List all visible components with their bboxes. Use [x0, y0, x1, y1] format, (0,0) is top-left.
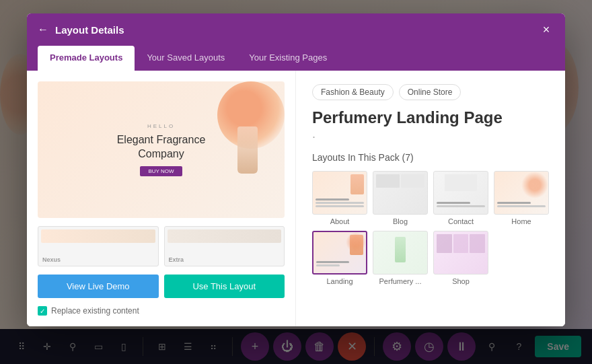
- thumb-img-contact: [433, 171, 488, 215]
- sub-preview-extra: Extra: [164, 226, 285, 266]
- layouts-in-pack-heading: Layouts In This Pack (7): [312, 152, 549, 163]
- thumb-item-landing[interactable]: Landing: [312, 231, 367, 285]
- preview-main-title: Elegant Fragrance Company: [117, 133, 206, 161]
- tab-existing-pages[interactable]: Your Existing Pages: [237, 46, 339, 71]
- info-panel: Fashion & Beauty Online Store Perfumery …: [296, 71, 565, 326]
- preview-cta-button: BUY NOW: [140, 166, 182, 176]
- layout-details-modal: ← Layout Details × Premade Layouts Your …: [27, 13, 565, 326]
- modal-overlay: ← Layout Details × Premade Layouts Your …: [0, 0, 592, 364]
- modal-title: Layout Details: [55, 24, 124, 36]
- thumb-item-home[interactable]: Home: [494, 171, 549, 225]
- thumb-img-shop: [433, 231, 488, 275]
- tag-fashion-beauty[interactable]: Fashion & Beauty: [312, 84, 394, 100]
- modal-tabs: Premade Layouts Your Saved Layouts Your …: [27, 46, 565, 71]
- replace-checkbox-row: ✓ Replace existing content: [38, 306, 285, 316]
- preview-content: HELLO Elegant Fragrance Company BUY NOW: [117, 123, 206, 177]
- modal-title-area: ← Layout Details: [38, 24, 124, 36]
- thumb-img-landing: [312, 231, 367, 275]
- modal-close-button[interactable]: ×: [538, 22, 554, 38]
- tag-online-store[interactable]: Online Store: [399, 84, 461, 100]
- replace-checkbox-label: Replace existing content: [51, 306, 139, 316]
- modal-body: HELLO Elegant Fragrance Company BUY NOW …: [27, 71, 565, 326]
- preview-bottle-decoration: [237, 126, 258, 174]
- sub-previews: Nexus Extra: [38, 226, 285, 266]
- tag-row: Fashion & Beauty Online Store: [312, 84, 549, 100]
- thumb-label-about: About: [312, 217, 367, 225]
- thumbnails-grid: About Blog: [312, 171, 549, 285]
- replace-checkbox-input[interactable]: ✓: [38, 306, 47, 316]
- preview-buttons: View Live Demo Use This Layout: [38, 275, 285, 298]
- layout-title: Perfumery Landing Page: [312, 108, 549, 127]
- thumb-item-perfumery[interactable]: Perfumery ...: [373, 231, 428, 285]
- view-live-demo-button[interactable]: View Live Demo: [38, 275, 159, 298]
- thumb-label-shop: Shop: [433, 277, 488, 285]
- thumb-img-home: [494, 171, 549, 215]
- preview-image: HELLO Elegant Fragrance Company BUY NOW: [38, 81, 285, 218]
- tab-premade-layouts[interactable]: Premade Layouts: [38, 46, 135, 71]
- preview-brand-text: HELLO: [117, 123, 206, 129]
- thumb-label-home: Home: [494, 217, 549, 225]
- thumb-img-blog: [373, 171, 428, 215]
- thumb-label-blog: Blog: [373, 217, 428, 225]
- tab-saved-layouts[interactable]: Your Saved Layouts: [135, 46, 237, 71]
- thumb-item-blog[interactable]: Blog: [373, 171, 428, 225]
- back-arrow-icon[interactable]: ←: [38, 24, 48, 36]
- thumb-label-contact: Contact: [433, 217, 488, 225]
- modal-header: ← Layout Details ×: [27, 13, 565, 46]
- sub-preview-extra-label: Extra: [169, 256, 184, 263]
- thumb-item-contact[interactable]: Contact: [433, 171, 488, 225]
- sub-preview-nexus: Nexus: [38, 226, 159, 266]
- thumb-item-about[interactable]: About: [312, 171, 367, 225]
- sub-preview-nexus-label: Nexus: [42, 256, 61, 263]
- layout-dot: ·: [312, 130, 549, 144]
- thumb-img-perfumery: [373, 231, 428, 275]
- thumb-item-shop[interactable]: Shop: [433, 231, 488, 285]
- use-this-layout-button[interactable]: Use This Layout: [164, 275, 285, 298]
- thumb-img-about: [312, 171, 367, 215]
- thumb-label-landing: Landing: [312, 277, 367, 285]
- preview-panel: HELLO Elegant Fragrance Company BUY NOW …: [27, 71, 296, 326]
- thumb-label-perfumery: Perfumery ...: [373, 277, 428, 285]
